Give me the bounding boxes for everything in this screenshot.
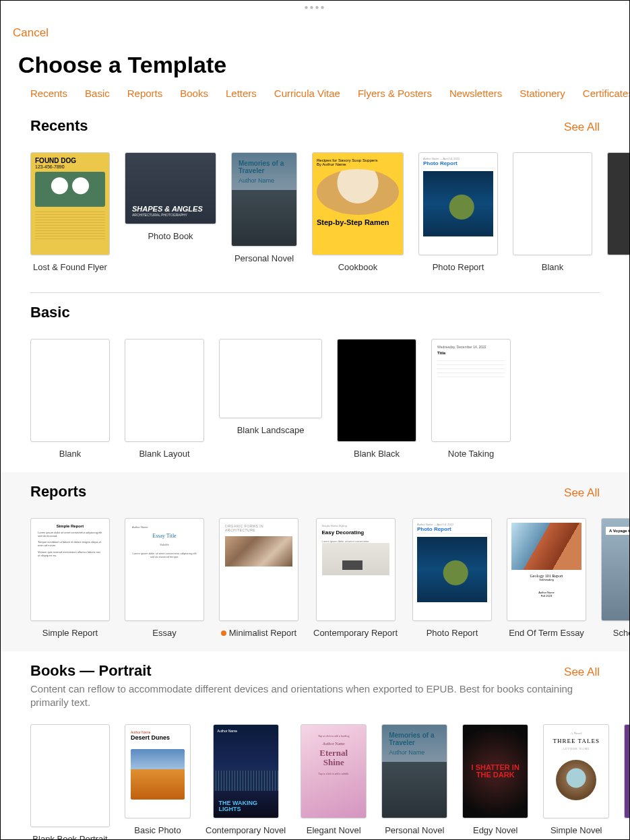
template-label: End Of Term Essay [509, 628, 584, 639]
template-contemporary-novel[interactable]: Author Name THE WAKING LIGHTS Contempora… [206, 724, 286, 840]
tab-cv[interactable]: Curricula Vitae [274, 88, 340, 99]
section-title-basic: Basic [30, 304, 70, 321]
section-books-portrait: Books — Portrait See All Content can ref… [1, 651, 629, 840]
template-blank[interactable]: Blank [30, 339, 110, 460]
template-label: Blank Black [354, 449, 400, 460]
template-label: Contemporary Report [313, 628, 398, 639]
tab-stationery[interactable]: Stationery [519, 88, 565, 99]
template-thumbnail: Author Name Essay Title Subtitle Lorem i… [125, 518, 204, 621]
template-label: Photo Report [427, 628, 478, 639]
template-thumbnail [513, 152, 592, 255]
template-thumbnail: Recipes for Savory Soup Suppers By Autho… [312, 152, 404, 255]
template-label: Photo Book [148, 231, 193, 243]
template-thumbnail: Geology 101 Report Subheading Author Nam… [507, 518, 586, 621]
template-label: Blank Book Portrait [32, 834, 107, 840]
template-thumbnail: SHAPES & ANGLESARCHITECTURAL PHOTOGRAPHY [125, 152, 216, 224]
template-thumbnail [607, 152, 629, 255]
tab-books[interactable]: Books [180, 88, 208, 99]
tab-letters[interactable]: Letters [226, 88, 257, 99]
template-label: Blank [542, 262, 564, 273]
tab-certificates[interactable]: Certificates [583, 88, 629, 99]
category-tabs: Recents Basic Reports Books Letters Curr… [1, 88, 629, 106]
template-thumbnail [30, 339, 110, 442]
tab-newsletters[interactable]: Newsletters [449, 88, 502, 99]
page-title: Choose a Template [18, 52, 629, 78]
see-all-recents[interactable]: See All [564, 121, 600, 134]
section-title-recents: Recents [30, 117, 88, 135]
template-label: Personal Novel [234, 253, 294, 265]
template-photo-report[interactable]: Author Name — April 14, 2022 Photo Repor… [418, 152, 498, 273]
template-thumbnail: A Novel THREE TALES AUTHOR NAME [543, 724, 609, 818]
template-elegant-novel[interactable]: Tap or click to add a heading Author Nam… [301, 724, 367, 840]
template-label: Edgy Novel [473, 825, 517, 837]
tab-basic[interactable]: Basic [85, 88, 110, 99]
template-personal-novel[interactable]: Memories of a Traveler Author Name Perso… [231, 152, 297, 273]
tab-flyers[interactable]: Flyers & Posters [358, 88, 432, 99]
template-thumbnail: Memories of a Traveler Author Name [381, 724, 447, 818]
section-subtitle-books-portrait: Content can reflow to accommodate differ… [30, 682, 629, 710]
template-overflow[interactable] [607, 152, 629, 273]
template-label: Blank Landscape [237, 425, 305, 437]
section-title-books-portrait: Books — Portrait [30, 662, 152, 680]
template-personal-novel-2[interactable]: Memories of a Traveler Author Name Perso… [381, 724, 447, 840]
template-thumbnail: Author Name — April 14, 2022 Photo Repor… [418, 152, 498, 255]
tab-reports[interactable]: Reports [127, 88, 163, 99]
template-label: Cookbook [338, 262, 378, 273]
template-thumbnail: Author Name THE WAKING LIGHTS [213, 724, 279, 818]
template-label: Lost & Found Flyer [33, 262, 107, 273]
window-drag-handle[interactable]: ●●●● [304, 3, 325, 11]
template-photo-book[interactable]: SHAPES & ANGLESARCHITECTURAL PHOTOGRAPHY… [125, 152, 216, 273]
template-thumbnail: Author Name Desert Dunes [125, 724, 191, 818]
template-label: Personal Novel [385, 825, 444, 837]
template-label: Blank [59, 449, 82, 460]
template-thumbnail: A Voyage to the [601, 518, 629, 621]
template-note-taking[interactable]: Wednesday, December 14, 2022 Title Note … [431, 339, 511, 460]
template-label: Simple Novel [550, 825, 602, 837]
template-label: Contemporary Novel [206, 825, 286, 837]
template-school-report[interactable]: A Voyage to the School Report [601, 518, 629, 639]
template-label: School Report [613, 628, 629, 639]
template-label: Note Taking [448, 449, 494, 460]
template-basic-photo[interactable]: Author Name Desert Dunes Basic Photo [125, 724, 191, 840]
template-simple-report[interactable]: Simple Report Lorem ipsum dolor sit amet… [30, 518, 110, 639]
template-blank[interactable]: Blank [513, 152, 592, 273]
section-title-reports: Reports [30, 483, 86, 500]
template-thumbnail [125, 339, 204, 442]
template-thumbnail: Simple Report Lorem ipsum dolor sit amet… [30, 518, 110, 621]
template-thumbnail: I SHATTER IN THE DARK [462, 724, 528, 818]
template-blank-landscape[interactable]: Blank Landscape [219, 339, 322, 460]
template-contemporary-report[interactable]: Simple Home Styling Easy Decorating Lore… [313, 518, 398, 639]
tab-recents[interactable]: Recents [30, 88, 67, 99]
template-label: Photo Report [433, 262, 484, 273]
template-simple-novel[interactable]: A Novel THREE TALES AUTHOR NAME Simple N… [543, 724, 609, 840]
template-label: Simple Report [42, 628, 98, 639]
template-thumbnail: Wednesday, December 14, 2022 Title [431, 339, 511, 442]
cancel-button[interactable]: Cancel [13, 26, 49, 40]
template-end-of-term-essay[interactable]: Geology 101 Report Subheading Author Nam… [507, 518, 586, 639]
template-blank-book-portrait[interactable]: Blank Book Portrait [30, 724, 110, 840]
template-label: Blank Layout [139, 449, 189, 460]
template-minimalist-report[interactable]: ORGANIC FORMS IN ARCHITECTURE Minimalist… [219, 518, 298, 639]
section-basic: Basic Blank Blank Layout Blank Landscape… [1, 293, 629, 472]
see-all-books-portrait[interactable]: See All [564, 666, 600, 679]
template-label: Basic Photo [134, 825, 181, 837]
template-photo-report-2[interactable]: Author Name — April 14, 2022 Photo Repor… [412, 518, 492, 639]
see-all-reports[interactable]: See All [564, 486, 600, 500]
template-thumbnail: Author Name — April 14, 2022 Photo Repor… [412, 518, 492, 621]
template-label: Essay [152, 628, 176, 639]
template-modern-novel[interactable]: Modern Novel [624, 724, 629, 840]
template-cookbook[interactable]: Recipes for Savory Soup Suppers By Autho… [312, 152, 404, 273]
template-thumbnail [219, 339, 322, 418]
template-edgy-novel[interactable]: I SHATTER IN THE DARK Edgy Novel [462, 724, 528, 840]
section-recents: Recents See All FOUND DOG 123-456-7890 L… [1, 106, 629, 286]
template-blank-layout[interactable]: Blank Layout [125, 339, 204, 460]
template-essay[interactable]: Author Name Essay Title Subtitle Lorem i… [125, 518, 204, 639]
template-thumbnail [337, 339, 416, 442]
section-reports: Reports See All Simple Report Lorem ipsu… [1, 472, 629, 651]
template-thumbnail [30, 724, 110, 827]
template-label: Minimalist Report [221, 628, 296, 639]
template-lost-found-flyer[interactable]: FOUND DOG 123-456-7890 Lost & Found Flye… [30, 152, 110, 273]
template-blank-black[interactable]: Blank Black [337, 339, 416, 460]
template-thumbnail: ORGANIC FORMS IN ARCHITECTURE [219, 518, 298, 621]
template-thumbnail [624, 724, 629, 818]
